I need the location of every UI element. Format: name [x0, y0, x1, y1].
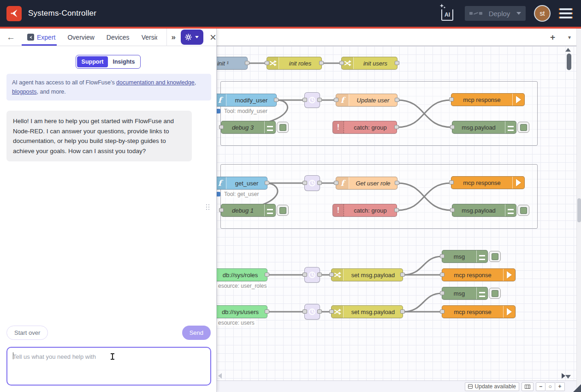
flow-node-delay-4[interactable]	[304, 304, 320, 320]
page-scrollbar-thumb[interactable]	[577, 198, 581, 222]
output-port[interactable]	[395, 98, 399, 102]
debug-toggle-button[interactable]	[489, 251, 501, 262]
debug-toggle-button[interactable]	[277, 122, 289, 133]
flowfuse-logo-icon[interactable]	[6, 6, 22, 21]
output-port[interactable]	[245, 61, 249, 65]
input-port[interactable]	[440, 309, 445, 314]
output-port[interactable]	[317, 309, 322, 314]
input-port[interactable]	[440, 254, 445, 258]
vertical-scrollbar-thumb[interactable]	[567, 53, 571, 70]
flow-node-debug-3[interactable]: debug 3	[221, 121, 276, 134]
add-flow-button[interactable]: +	[550, 32, 555, 42]
flow-node-catch-group-2[interactable]: !catch: group	[332, 204, 397, 217]
flow-node-init[interactable]: init ¹	[217, 57, 248, 70]
input-port[interactable]	[440, 273, 445, 277]
output-port[interactable]	[319, 61, 324, 65]
send-button[interactable]: Send	[182, 326, 211, 340]
more-tabs-icon[interactable]: »	[171, 33, 175, 42]
debug-toggle-button[interactable]	[517, 122, 529, 133]
flow-node-debug-1[interactable]: debug 1	[221, 204, 276, 217]
flow-canvas[interactable]: init ¹init rolesinit usersfmodify_userTo…	[217, 46, 576, 380]
output-port[interactable]	[394, 208, 399, 212]
flow-node-delay-1[interactable]	[304, 92, 320, 108]
output-port[interactable]	[317, 98, 322, 102]
debug-toggle-button[interactable]	[517, 205, 529, 216]
input-port[interactable]	[219, 125, 224, 129]
input-port[interactable]	[302, 98, 307, 102]
flow-node-get-user-role[interactable]: fGet user role	[336, 177, 397, 190]
flow-node-mcp-response-2[interactable]: mcp response	[451, 176, 525, 189]
input-port[interactable]	[450, 125, 455, 129]
output-port[interactable]	[265, 309, 269, 314]
close-panel-icon[interactable]: ×	[210, 32, 216, 43]
start-over-button[interactable]: Start over	[6, 326, 48, 340]
back-arrow-icon[interactable]: ←	[6, 32, 15, 42]
output-port[interactable]	[400, 273, 405, 277]
flow-list-menu-icon[interactable]: ▾	[568, 34, 571, 41]
scroll-right-arrow[interactable]	[562, 373, 565, 379]
output-port[interactable]	[317, 273, 322, 277]
flow-node-init-roles[interactable]: init roles	[267, 57, 322, 70]
output-port[interactable]	[274, 98, 279, 102]
tab-version[interactable]: Versio	[142, 34, 157, 41]
flow-node-mcp-response-3[interactable]: mcp response	[442, 268, 516, 281]
scroll-left-arrow[interactable]	[218, 373, 222, 379]
documentation-link[interactable]: documentation and knowledge	[116, 79, 195, 86]
output-port[interactable]	[317, 181, 322, 185]
deploy-dropdown-caret[interactable]	[516, 12, 521, 15]
flow-node-delay-3[interactable]	[304, 267, 320, 283]
debug-toggle-button[interactable]	[277, 205, 289, 216]
output-port[interactable]	[265, 181, 269, 185]
input-port[interactable]	[219, 208, 224, 212]
flow-node-msg-1[interactable]: msg	[442, 250, 488, 263]
output-port[interactable]	[395, 61, 399, 65]
flow-node-db-sys-roles[interactable]: db://sys/roles	[217, 268, 267, 281]
deploy-button[interactable]: Deploy	[465, 6, 526, 21]
toggle-option-insights[interactable]: Insights	[108, 56, 140, 67]
tab-devices[interactable]: Devices	[107, 34, 130, 41]
toggle-option-support[interactable]: Support	[77, 56, 108, 67]
user-avatar[interactable]: st	[534, 5, 551, 22]
flow-node-get-user[interactable]: fget_user	[217, 177, 267, 190]
chat-message-input[interactable]	[6, 347, 211, 386]
input-port[interactable]	[449, 180, 454, 184]
input-port[interactable]	[449, 97, 454, 101]
flow-node-modify-user[interactable]: fmodify_user	[217, 94, 277, 107]
output-port[interactable]	[395, 181, 399, 185]
tab-expert[interactable]: Expert	[27, 34, 55, 41]
flow-node-msg-payload-1[interactable]: msg.payload	[452, 121, 516, 134]
input-port[interactable]	[329, 309, 334, 314]
input-port[interactable]	[334, 181, 338, 185]
panel-resize-grip[interactable]	[206, 204, 210, 215]
input-port[interactable]	[302, 309, 307, 314]
flow-node-set-msg-payload-1[interactable]: set msg.payload	[331, 268, 403, 281]
flow-node-set-msg-payload-2[interactable]: set msg.payload	[331, 305, 403, 318]
input-port[interactable]	[334, 98, 338, 102]
zoom-reset-button[interactable]: ○	[545, 382, 555, 391]
input-port[interactable]	[302, 273, 307, 277]
navigator-toggle-button[interactable]	[522, 382, 534, 391]
zoom-in-button[interactable]: +	[555, 382, 565, 391]
tab-overview[interactable]: Overview	[67, 34, 94, 41]
flow-node-init-users[interactable]: init users	[341, 57, 397, 70]
scroll-up-arrow[interactable]	[565, 48, 571, 52]
wire-5[interactable]	[397, 100, 451, 127]
blogposts-link[interactable]: blogposts	[12, 89, 37, 95]
input-port[interactable]	[450, 208, 455, 212]
main-menu-icon[interactable]	[559, 8, 573, 18]
wire-10[interactable]	[397, 183, 451, 210]
flow-node-catch-group-1[interactable]: !catch: group	[332, 121, 397, 134]
output-port[interactable]	[400, 309, 405, 314]
flow-node-msg-payload-2[interactable]: msg.payload	[452, 204, 516, 217]
update-available-button[interactable]: Update available	[465, 382, 519, 391]
debug-toggle-button[interactable]	[489, 288, 501, 299]
flow-node-update-user[interactable]: fUpdate user	[336, 94, 397, 107]
flow-node-mcp-response-1[interactable]: mcp response	[451, 93, 525, 106]
output-port[interactable]	[265, 273, 269, 277]
input-port[interactable]	[265, 61, 269, 65]
flow-node-delay-2[interactable]	[304, 175, 320, 191]
ai-assistant-button[interactable]: AI	[439, 5, 456, 22]
flow-node-msg-2[interactable]: msg	[442, 287, 488, 300]
output-port[interactable]	[394, 125, 399, 129]
input-port[interactable]	[302, 181, 307, 185]
